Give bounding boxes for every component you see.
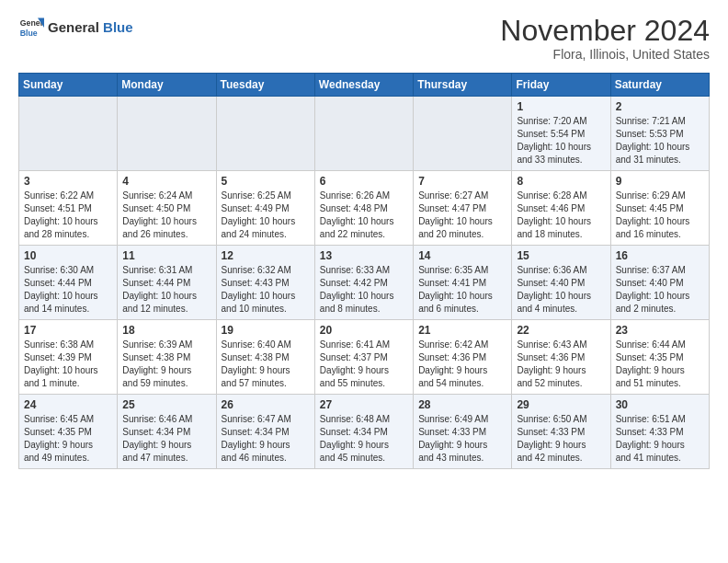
day-number: 17 <box>24 324 112 337</box>
day-number: 18 <box>122 324 210 337</box>
day-info: Sunrise: 6:41 AM Sunset: 4:37 PM Dayligh… <box>320 339 408 390</box>
day-number: 20 <box>320 324 408 337</box>
svg-text:Blue: Blue <box>20 29 38 38</box>
day-info: Sunrise: 6:27 AM Sunset: 4:47 PM Dayligh… <box>418 190 506 241</box>
calendar-week-row: 17Sunrise: 6:38 AM Sunset: 4:39 PM Dayli… <box>19 320 710 395</box>
calendar-day-cell: 23Sunrise: 6:44 AM Sunset: 4:35 PM Dayli… <box>610 320 709 395</box>
day-number: 21 <box>418 324 506 337</box>
day-number: 29 <box>517 398 605 411</box>
day-number: 4 <box>122 175 210 188</box>
day-number: 7 <box>418 175 506 188</box>
calendar-day-cell: 1Sunrise: 7:20 AM Sunset: 5:54 PM Daylig… <box>512 97 610 171</box>
day-number: 28 <box>418 398 506 411</box>
calendar-day-cell: 7Sunrise: 6:27 AM Sunset: 4:47 PM Daylig… <box>414 171 512 246</box>
day-info: Sunrise: 6:37 AM Sunset: 4:40 PM Dayligh… <box>616 264 704 316</box>
day-number: 9 <box>616 175 704 188</box>
day-info: Sunrise: 6:47 AM Sunset: 4:34 PM Dayligh… <box>222 413 310 465</box>
day-number: 26 <box>222 398 310 411</box>
weekday-header: Thursday <box>414 74 512 97</box>
day-info: Sunrise: 6:46 AM Sunset: 4:34 PM Dayligh… <box>122 413 210 465</box>
day-number: 14 <box>418 249 506 262</box>
calendar-week-row: 24Sunrise: 6:45 AM Sunset: 4:35 PM Dayli… <box>19 395 710 469</box>
day-number: 30 <box>616 398 704 411</box>
day-info: Sunrise: 6:32 AM Sunset: 4:43 PM Dayligh… <box>222 264 310 316</box>
day-number: 11 <box>122 249 210 262</box>
day-info: Sunrise: 6:36 AM Sunset: 4:40 PM Dayligh… <box>517 264 605 316</box>
calendar-day-cell: 19Sunrise: 6:40 AM Sunset: 4:38 PM Dayli… <box>216 320 314 395</box>
day-number: 6 <box>320 175 408 188</box>
calendar-day-cell <box>414 97 512 171</box>
calendar-day-cell: 25Sunrise: 6:46 AM Sunset: 4:34 PM Dayli… <box>118 395 216 469</box>
calendar-day-cell: 28Sunrise: 6:49 AM Sunset: 4:33 PM Dayli… <box>414 395 512 469</box>
title-block: November 2024 Flora, Illinois, United St… <box>500 15 710 62</box>
calendar-day-cell: 22Sunrise: 6:43 AM Sunset: 4:36 PM Dayli… <box>512 320 610 395</box>
calendar-day-cell: 10Sunrise: 6:30 AM Sunset: 4:44 PM Dayli… <box>19 246 118 320</box>
day-info: Sunrise: 6:24 AM Sunset: 4:50 PM Dayligh… <box>122 190 210 241</box>
calendar-day-cell: 12Sunrise: 6:32 AM Sunset: 4:43 PM Dayli… <box>216 246 314 320</box>
calendar-day-cell: 11Sunrise: 6:31 AM Sunset: 4:44 PM Dayli… <box>118 246 216 320</box>
location: Flora, Illinois, United States <box>500 47 710 62</box>
calendar-day-cell: 26Sunrise: 6:47 AM Sunset: 4:34 PM Dayli… <box>216 395 314 469</box>
day-info: Sunrise: 6:22 AM Sunset: 4:51 PM Dayligh… <box>24 190 112 241</box>
logo-icon: General Blue <box>18 15 44 40</box>
day-info: Sunrise: 6:45 AM Sunset: 4:35 PM Dayligh… <box>24 413 112 465</box>
day-number: 2 <box>616 100 704 113</box>
day-number: 10 <box>24 249 112 262</box>
calendar-day-cell: 3Sunrise: 6:22 AM Sunset: 4:51 PM Daylig… <box>19 171 118 246</box>
calendar-day-cell <box>118 97 216 171</box>
day-info: Sunrise: 6:48 AM Sunset: 4:34 PM Dayligh… <box>320 413 408 465</box>
weekday-header: Monday <box>118 74 216 97</box>
day-number: 1 <box>517 100 605 113</box>
day-number: 24 <box>24 398 112 411</box>
calendar-header-row: SundayMondayTuesdayWednesdayThursdayFrid… <box>19 74 710 97</box>
day-number: 22 <box>517 324 605 337</box>
day-info: Sunrise: 6:44 AM Sunset: 4:35 PM Dayligh… <box>616 339 704 390</box>
weekday-header: Tuesday <box>216 74 314 97</box>
page: General Blue General Blue November 2024 … <box>0 0 728 484</box>
logo-blue: Blue <box>103 19 133 35</box>
calendar-day-cell: 30Sunrise: 6:51 AM Sunset: 4:33 PM Dayli… <box>610 395 709 469</box>
day-number: 3 <box>24 175 112 188</box>
day-info: Sunrise: 6:40 AM Sunset: 4:38 PM Dayligh… <box>222 339 310 390</box>
day-number: 15 <box>517 249 605 262</box>
day-info: Sunrise: 6:49 AM Sunset: 4:33 PM Dayligh… <box>418 413 506 465</box>
day-number: 12 <box>222 249 310 262</box>
calendar-day-cell <box>314 97 413 171</box>
day-info: Sunrise: 7:20 AM Sunset: 5:54 PM Dayligh… <box>517 115 605 167</box>
calendar-day-cell: 6Sunrise: 6:26 AM Sunset: 4:48 PM Daylig… <box>314 171 413 246</box>
logo-general: General <box>48 19 99 35</box>
weekday-header: Friday <box>512 74 610 97</box>
calendar-day-cell: 18Sunrise: 6:39 AM Sunset: 4:38 PM Dayli… <box>118 320 216 395</box>
header: General Blue General Blue November 2024 … <box>18 15 710 62</box>
weekday-header: Wednesday <box>314 74 413 97</box>
day-number: 8 <box>517 175 605 188</box>
calendar-day-cell: 21Sunrise: 6:42 AM Sunset: 4:36 PM Dayli… <box>414 320 512 395</box>
calendar-week-row: 1Sunrise: 7:20 AM Sunset: 5:54 PM Daylig… <box>19 97 710 171</box>
weekday-header: Sunday <box>19 74 118 97</box>
day-info: Sunrise: 6:30 AM Sunset: 4:44 PM Dayligh… <box>24 264 112 316</box>
calendar: SundayMondayTuesdayWednesdayThursdayFrid… <box>18 73 710 469</box>
calendar-week-row: 3Sunrise: 6:22 AM Sunset: 4:51 PM Daylig… <box>19 171 710 246</box>
day-info: Sunrise: 7:21 AM Sunset: 5:53 PM Dayligh… <box>616 115 704 167</box>
day-number: 23 <box>616 324 704 337</box>
calendar-day-cell: 24Sunrise: 6:45 AM Sunset: 4:35 PM Dayli… <box>19 395 118 469</box>
calendar-day-cell: 4Sunrise: 6:24 AM Sunset: 4:50 PM Daylig… <box>118 171 216 246</box>
calendar-week-row: 10Sunrise: 6:30 AM Sunset: 4:44 PM Dayli… <box>19 246 710 320</box>
day-info: Sunrise: 6:51 AM Sunset: 4:33 PM Dayligh… <box>616 413 704 465</box>
day-number: 19 <box>222 324 310 337</box>
day-info: Sunrise: 6:39 AM Sunset: 4:38 PM Dayligh… <box>122 339 210 390</box>
day-info: Sunrise: 6:31 AM Sunset: 4:44 PM Dayligh… <box>122 264 210 316</box>
calendar-day-cell: 16Sunrise: 6:37 AM Sunset: 4:40 PM Dayli… <box>610 246 709 320</box>
calendar-day-cell <box>19 97 118 171</box>
day-number: 5 <box>222 175 310 188</box>
day-info: Sunrise: 6:43 AM Sunset: 4:36 PM Dayligh… <box>517 339 605 390</box>
calendar-day-cell: 8Sunrise: 6:28 AM Sunset: 4:46 PM Daylig… <box>512 171 610 246</box>
day-info: Sunrise: 6:33 AM Sunset: 4:42 PM Dayligh… <box>320 264 408 316</box>
calendar-day-cell: 9Sunrise: 6:29 AM Sunset: 4:45 PM Daylig… <box>610 171 709 246</box>
calendar-day-cell: 5Sunrise: 6:25 AM Sunset: 4:49 PM Daylig… <box>216 171 314 246</box>
day-info: Sunrise: 6:28 AM Sunset: 4:46 PM Dayligh… <box>517 190 605 241</box>
day-number: 25 <box>122 398 210 411</box>
day-info: Sunrise: 6:38 AM Sunset: 4:39 PM Dayligh… <box>24 339 112 390</box>
day-number: 16 <box>616 249 704 262</box>
weekday-header: Saturday <box>610 74 709 97</box>
